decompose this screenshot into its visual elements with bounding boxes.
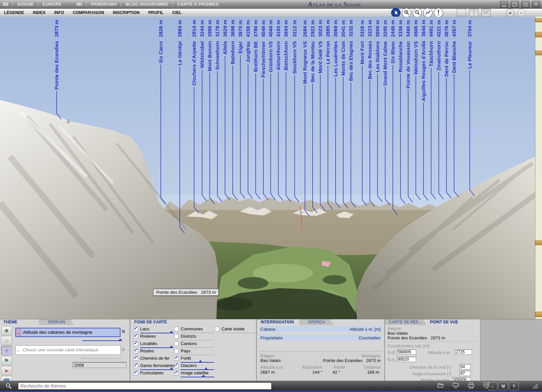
checkbox-routes[interactable] bbox=[134, 349, 138, 353]
eye-level-button[interactable] bbox=[434, 8, 443, 17]
direction-label: Direction de la vue [°] bbox=[409, 365, 451, 370]
tab-terrain[interactable]: TERRAIN bbox=[39, 319, 74, 325]
search-icon bbox=[5, 383, 12, 391]
basemap-item: Districts bbox=[174, 333, 213, 341]
checkbox-communes[interactable] bbox=[174, 327, 179, 331]
basemap-item: Gares ferroviaires bbox=[134, 363, 173, 370]
theme-category-forest-button[interactable]: ♣ bbox=[1, 326, 12, 335]
titlebar-menu-item[interactable]: 3D bbox=[76, 2, 82, 7]
toolbar-item-info[interactable]: INFO bbox=[54, 10, 64, 15]
remove-theme-button[interactable]: ✕ bbox=[121, 328, 126, 335]
titlebar-menu-item[interactable]: CARTE A PRISMES bbox=[177, 2, 219, 7]
checkbox-chemins-de-fer[interactable] bbox=[134, 356, 138, 361]
primary-theme-slider[interactable] bbox=[82, 339, 122, 341]
toolbar-item-ciel[interactable]: CIEL bbox=[172, 10, 181, 15]
toolbar-item-profil[interactable]: PROFIL bbox=[148, 10, 163, 15]
toolbar-item-comparaison[interactable]: COMPARAISON bbox=[73, 10, 104, 15]
menu-separator: │ bbox=[11, 2, 14, 7]
checkbox-gares-ferroviaires[interactable] bbox=[134, 363, 138, 368]
layer-opacity-slider[interactable] bbox=[181, 375, 214, 378]
resize-grip-icon[interactable] bbox=[532, 383, 539, 391]
checkbox-glaciers[interactable] bbox=[174, 363, 179, 368]
basemap-item: Communes bbox=[174, 326, 213, 333]
direction-input[interactable] bbox=[459, 364, 471, 369]
secondary-theme-placeholder: Choisir une seconde carte thématique bbox=[23, 347, 98, 352]
tab-interrogation[interactable]: INTERROGATION bbox=[257, 319, 299, 325]
menu-separator: │ bbox=[37, 2, 40, 7]
window-close-button[interactable]: ✕ bbox=[532, 1, 540, 8]
application-window: 2D│SUISSE│EUROPE3D│PANORAMA│BLOC-DIAGRAM… bbox=[0, 0, 542, 392]
checkbox-districts[interactable] bbox=[174, 334, 179, 339]
profile-button[interactable] bbox=[423, 8, 432, 17]
panorama-view[interactable]: Pointe des Ecandies 2873 mSix Carro 2826… bbox=[0, 17, 542, 319]
oe-input[interactable] bbox=[397, 349, 416, 355]
tab-viewpoint[interactable]: POINT DE VUE bbox=[426, 319, 463, 325]
tab-apercu[interactable]: APERÇU bbox=[299, 319, 334, 325]
basemap-item-label: Districts bbox=[181, 334, 196, 339]
interrogation-panel: INTERROGATION APERÇU Cabane Altitude s.m… bbox=[257, 319, 385, 381]
titlebar-menu-item[interactable]: BLOC-DIAGRAMME bbox=[126, 2, 168, 7]
theme-category-industry-button[interactable]: ✳ bbox=[1, 346, 12, 355]
window-minimize-button[interactable] bbox=[500, 1, 508, 8]
open-icon[interactable] bbox=[437, 382, 444, 390]
angle-input[interactable] bbox=[459, 371, 471, 376]
checkbox-pays[interactable] bbox=[174, 349, 179, 353]
titlebar-menu-item[interactable]: SUISSE bbox=[17, 2, 34, 7]
help-button[interactable]: ? bbox=[509, 382, 519, 390]
secondary-theme-select[interactable]: Choisir une seconde carte thématique ⌃ bbox=[15, 345, 121, 355]
chevron-up-icon: ⌃ bbox=[17, 350, 19, 354]
basemap-column-3: Carte isolée bbox=[215, 326, 255, 333]
theme-search-input[interactable] bbox=[18, 382, 272, 390]
frame-close-button[interactable] bbox=[481, 9, 491, 16]
theme-category-population-button[interactable]: ☺ bbox=[1, 336, 12, 345]
altitude-label: Altitude s.m. bbox=[427, 350, 451, 355]
tab-theme[interactable]: THÈME bbox=[0, 319, 23, 325]
clear-secondary-theme-button[interactable]: ⊗ bbox=[121, 346, 126, 352]
window-restore-button[interactable] bbox=[521, 1, 529, 8]
primary-theme-select[interactable]: Altitude des cabanes de montagne ⌃ bbox=[15, 328, 121, 337]
toolbar-item-index[interactable]: INDEX bbox=[33, 10, 45, 15]
basemap-item: Rivières bbox=[134, 333, 173, 341]
year-field[interactable] bbox=[73, 362, 127, 368]
titlebar-menu-item[interactable]: 2D bbox=[3, 2, 8, 7]
zoom-in-button[interactable] bbox=[402, 8, 411, 17]
toolbar-item-inscription[interactable]: INSCRIPTION bbox=[113, 10, 140, 15]
cursor-button[interactable] bbox=[391, 8, 401, 17]
theme-category-transport-button[interactable]: ➤ bbox=[1, 366, 12, 375]
ns-input[interactable] bbox=[397, 357, 416, 362]
year-slider[interactable] bbox=[81, 357, 124, 359]
query-row-proprietaire: Propriétaire Couchettes bbox=[259, 335, 382, 341]
home-button[interactable]: ⌂ bbox=[488, 382, 497, 390]
back-button[interactable]: « bbox=[506, 9, 514, 17]
checkbox-localit-s[interactable] bbox=[134, 341, 138, 346]
window-maximize-button[interactable] bbox=[511, 1, 519, 8]
save-view-icon[interactable] bbox=[452, 382, 459, 390]
toolbar-item-légende[interactable]: LÉGENDE bbox=[4, 10, 24, 15]
checkbox-carte-isol-e[interactable] bbox=[215, 327, 219, 331]
cursor-icon bbox=[393, 10, 399, 16]
checkbox-for-t[interactable] bbox=[174, 356, 179, 361]
titlebar-menu-item[interactable]: PANORAMA bbox=[91, 2, 117, 7]
checkbox-image-satellite[interactable] bbox=[174, 371, 179, 375]
titlebar-menu-item[interactable]: EUROPE bbox=[43, 2, 62, 7]
tools-button[interactable]: ⚒ bbox=[498, 382, 508, 390]
tab-reference-map[interactable]: CARTE DE RÉF... bbox=[386, 319, 426, 325]
altitude-input[interactable] bbox=[455, 349, 472, 355]
forward-button[interactable]: » bbox=[517, 9, 525, 17]
zoom-out-button[interactable] bbox=[412, 8, 422, 17]
primary-theme-value: Altitude des cabanes de montagne bbox=[23, 330, 92, 335]
angle-label: Angle d'ouverture [°] bbox=[412, 371, 451, 376]
statusbar: ⌂⚒? bbox=[0, 381, 542, 391]
checkbox-lacs[interactable] bbox=[134, 327, 138, 331]
checkbox-cantons[interactable] bbox=[174, 341, 179, 346]
checkbox-funiculaires[interactable] bbox=[134, 371, 138, 375]
theme-category-politics-button[interactable]: ⚑ bbox=[1, 356, 12, 365]
basemap-item-label: Rivières bbox=[140, 334, 156, 339]
menu-separator: │ bbox=[120, 2, 123, 7]
basemap-item: Carte isolée bbox=[215, 326, 255, 333]
frame-dashed-button[interactable] bbox=[457, 9, 466, 16]
peak-tooltip: Pointe des Ecandies 2873 m bbox=[153, 289, 219, 296]
checkbox-rivi-res[interactable] bbox=[134, 334, 138, 339]
frame-split-button[interactable] bbox=[469, 9, 478, 16]
print-icon[interactable] bbox=[467, 382, 475, 390]
